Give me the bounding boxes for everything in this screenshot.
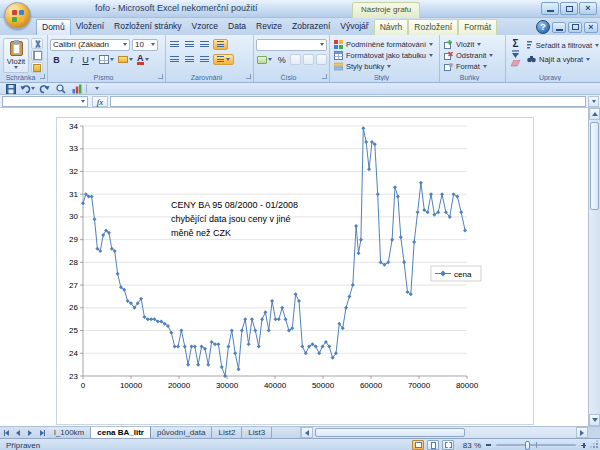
minimize-button[interactable] <box>541 2 559 15</box>
tab-zobrazeni[interactable]: Zobrazení <box>287 19 335 35</box>
first-sheet-button[interactable] <box>0 427 12 438</box>
page-break-view-button[interactable] <box>442 440 454 450</box>
resize-grip[interactable] <box>590 440 599 449</box>
print-preview-button[interactable] <box>54 83 67 94</box>
caret-down-icon <box>91 58 95 61</box>
alignment-dialog-launcher[interactable] <box>246 74 251 79</box>
chart-shortcut-button[interactable] <box>70 83 83 94</box>
vertical-scrollbar[interactable] <box>588 108 600 426</box>
align-center-button[interactable] <box>183 54 196 66</box>
fill-down-icon[interactable] <box>511 50 520 58</box>
expand-formula-bar-button[interactable] <box>588 96 599 107</box>
workbook-close-button[interactable]: × <box>584 22 598 33</box>
worksheet[interactable]: 2324252627282930313233340100002000030000… <box>0 108 600 426</box>
cell-styles-button[interactable]: Styly buňky <box>332 61 437 71</box>
wrap-text-button[interactable] <box>213 39 228 50</box>
accounting-format-button[interactable] <box>256 54 273 66</box>
align-top-button[interactable] <box>168 39 181 51</box>
tab-format[interactable]: Formát <box>458 19 497 35</box>
format-painter-button[interactable] <box>31 62 43 73</box>
tab-vzorce[interactable]: Vzorce <box>187 19 223 35</box>
insert-function-button[interactable]: fx <box>92 96 108 107</box>
prev-sheet-button[interactable] <box>12 427 24 438</box>
insert-cells-button[interactable]: Vložit <box>442 39 503 49</box>
tab-domu[interactable]: Domů <box>36 19 71 35</box>
find-select-button[interactable]: Najít a vybrat <box>525 54 599 64</box>
scroll-left-button[interactable] <box>301 427 313 438</box>
caret-down-icon <box>429 43 433 46</box>
horizontal-scrollbar[interactable] <box>300 426 588 438</box>
sheet-tab-cena-ba-litr[interactable]: cena BA_litr <box>91 427 151 438</box>
comma-style-button[interactable] <box>290 54 301 65</box>
font-name-select[interactable]: Calibri (Základn <box>50 39 130 51</box>
increase-decimal-button[interactable] <box>303 54 314 65</box>
next-sheet-button[interactable] <box>24 427 36 438</box>
scroll-right-button[interactable] <box>576 427 588 438</box>
price-chart[interactable]: 2324252627282930313233340100002000030000… <box>56 117 534 425</box>
number-dialog-launcher[interactable] <box>322 74 327 79</box>
zoom-level[interactable]: 83 % <box>457 441 481 450</box>
tab-vlozeni[interactable]: Vložení <box>71 19 109 35</box>
merge-center-button[interactable] <box>213 54 234 65</box>
format-as-table-button[interactable]: Formátovat jako tabulku <box>332 50 437 60</box>
tab-rozlozeni-stranky[interactable]: Rozložení stránky <box>109 19 187 35</box>
decrease-decimal-button[interactable] <box>316 54 327 65</box>
qat-customize-button[interactable] <box>90 83 103 94</box>
tab-vyvojar[interactable]: Vývojář <box>335 19 373 35</box>
undo-button[interactable] <box>20 83 35 94</box>
cut-button[interactable] <box>31 38 43 49</box>
workbook-minimize-button[interactable] <box>552 22 566 33</box>
redo-button[interactable] <box>38 83 51 94</box>
zoom-slider[interactable] <box>496 444 576 446</box>
tab-data[interactable]: Data <box>223 19 251 35</box>
number-format-select[interactable] <box>256 39 327 51</box>
sheet-tab-list2[interactable]: List2 <box>212 427 242 438</box>
bold-button[interactable]: B <box>50 54 63 66</box>
conditional-formatting-button[interactable]: Podmíněné formátování <box>332 39 437 49</box>
restore-button[interactable] <box>560 2 578 15</box>
percent-style-button[interactable]: % <box>275 54 288 66</box>
horizontal-scroll-thumb[interactable] <box>315 428 465 437</box>
italic-button[interactable]: I <box>65 54 78 66</box>
last-sheet-button[interactable] <box>36 427 48 438</box>
align-bottom-button[interactable] <box>198 39 211 51</box>
save-button[interactable] <box>4 83 17 94</box>
page-layout-view-button[interactable] <box>427 440 439 450</box>
font-dialog-launcher[interactable] <box>158 74 163 79</box>
workbook-restore-button[interactable] <box>568 22 582 33</box>
help-button[interactable]: ? <box>536 20 550 34</box>
office-button[interactable] <box>4 2 31 29</box>
zoom-out-button[interactable] <box>484 441 493 450</box>
autosum-button[interactable]: Σ <box>512 39 518 48</box>
delete-cells-button[interactable]: Odstranit <box>442 50 503 60</box>
normal-view-button[interactable] <box>412 440 424 450</box>
copy-button[interactable] <box>31 50 43 61</box>
zoom-in-button[interactable] <box>579 441 588 450</box>
underline-button[interactable]: U <box>80 54 96 66</box>
tab-revize[interactable]: Revize <box>251 19 287 35</box>
close-button[interactable]: × <box>579 2 597 15</box>
paste-button[interactable]: Vložit <box>3 38 29 73</box>
formula-input[interactable] <box>110 96 586 107</box>
vertical-scroll-thumb[interactable] <box>590 122 599 210</box>
align-middle-button[interactable] <box>183 39 196 51</box>
clear-icon[interactable] <box>511 60 521 67</box>
scroll-up-button[interactable] <box>589 108 600 120</box>
name-box[interactable] <box>2 96 88 107</box>
align-left-button[interactable] <box>168 54 181 66</box>
clipboard-dialog-launcher[interactable] <box>40 74 45 79</box>
format-cells-button[interactable]: Formát <box>442 61 503 71</box>
tab-rozlozeni[interactable]: Rozložení <box>408 19 458 35</box>
font-size-select[interactable]: 10 <box>132 39 158 51</box>
borders-button[interactable] <box>98 54 115 66</box>
sheet-tab-puvodni-data[interactable]: původní_data <box>151 427 213 438</box>
fill-color-button[interactable] <box>117 54 134 66</box>
zoom-slider-thumb[interactable] <box>525 441 530 450</box>
sort-filter-button[interactable]: Seřadit a filtrovat <box>525 40 599 50</box>
sheet-tab-l100km[interactable]: l_100km <box>48 427 91 438</box>
align-right-button[interactable] <box>198 54 211 66</box>
sheet-tab-list3[interactable]: List3 <box>242 427 272 438</box>
tab-navrh[interactable]: Návrh <box>374 19 409 35</box>
font-color-button[interactable]: A <box>136 54 150 66</box>
scroll-down-button[interactable] <box>589 414 600 426</box>
